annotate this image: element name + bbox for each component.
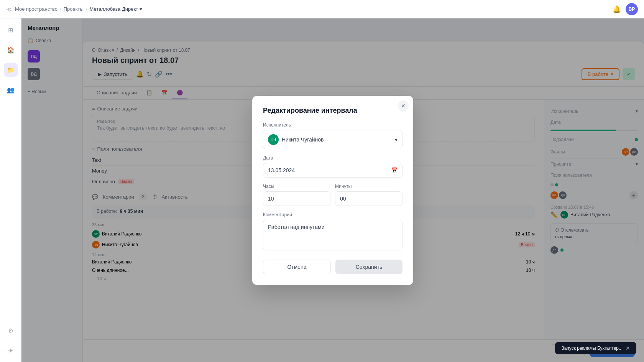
modal-footer: Отмена Сохранить — [263, 260, 402, 274]
sidebar-icon-telegram[interactable]: ✈ — [4, 344, 18, 357]
modal-hours-col: Часы — [263, 184, 330, 206]
left-sidebar: ⊞ 🏠 📁 👥 ⚙ ✈ — [0, 18, 21, 362]
workspace-link[interactable]: Мое пространство — [15, 6, 58, 12]
modal-executor-avatar: НЧ — [268, 134, 279, 145]
modal-time-row: Часы Минуты — [263, 184, 402, 206]
modal-executor-name: Никита Чугайнов — [282, 137, 324, 143]
modal-cancel-button[interactable]: Отмена — [263, 260, 331, 274]
modal-title: Редактирование интервала — [263, 107, 402, 115]
breadcrumb-sep1: / — [60, 6, 61, 12]
executor-dropdown-icon: ▾ — [395, 137, 398, 143]
modal-close-button[interactable]: ✕ — [398, 100, 409, 111]
modal-executor-user: НЧ Никита Чугайнов — [268, 134, 324, 145]
edit-interval-modal: ✕ Редактирование интервала Исполнитель Н… — [252, 96, 413, 285]
page-content-area: Металлопр 📋 Сводка ПД ВД + Новый — [21, 18, 644, 362]
projects-link[interactable]: Проекты — [64, 6, 84, 12]
modal-minutes-input[interactable] — [335, 191, 402, 206]
top-nav-right: 🔔 ВР — [613, 3, 638, 15]
current-project-link[interactable]: Металлобаза Директ ▾ — [90, 6, 143, 12]
sidebar-icon-users[interactable]: 👥 — [4, 83, 18, 97]
notification-close-icon[interactable]: ✕ — [626, 345, 630, 351]
modal-minutes-label: Минуты — [335, 184, 402, 189]
calendar-icon: 📅 — [391, 167, 398, 173]
notif-prefix: Запуск рекламы Бухгалтер... — [561, 346, 623, 351]
breadcrumb-sep2: / — [86, 6, 87, 12]
modal-backdrop: ✕ Редактирование интервала Исполнитель Н… — [21, 18, 644, 362]
notification-text: Запуск рекламы Бухгалтер... — [561, 346, 623, 351]
modal-date-input[interactable]: 13.05.2024 📅 — [263, 163, 402, 178]
modal-date-label: Дата — [263, 155, 402, 161]
app-wrapper: ≪ Мое пространство / Проекты / Металлоба… — [0, 0, 644, 362]
modal-save-button[interactable]: Сохранить — [335, 260, 402, 274]
modal-executor-label: Исполнитель — [263, 122, 402, 128]
modal-comment-label: Комментарий — [263, 212, 402, 217]
chevron-down-icon: ▾ — [140, 6, 142, 12]
current-project-label: Металлобаза Директ — [90, 6, 138, 12]
main-content: ⊞ 🏠 📁 👥 ⚙ ✈ Металлопр 📋 Сводка ПД — [0, 18, 644, 362]
modal-executor-select[interactable]: НЧ Никита Чугайнов ▾ — [263, 130, 402, 149]
sidebar-icon-folder[interactable]: 📁 — [4, 63, 18, 77]
modal-comment-input[interactable] — [263, 220, 402, 250]
notification-icon[interactable]: 🔔 — [613, 5, 621, 13]
nav-back-icon[interactable]: ≪ — [6, 6, 12, 12]
breadcrumb: Мое пространство / Проекты / Металлобаза… — [15, 6, 142, 12]
user-avatar[interactable]: ВР — [626, 3, 638, 15]
sidebar-icon-home[interactable]: 🏠 — [4, 43, 18, 57]
modal-hours-label: Часы — [263, 184, 330, 189]
notification-bar: Запуск рекламы Бухгалтер... ✕ — [555, 342, 636, 354]
top-nav: ≪ Мое пространство / Проекты / Металлоба… — [0, 0, 644, 18]
modal-minutes-col: Минуты — [335, 184, 402, 206]
modal-hours-input[interactable] — [263, 191, 330, 206]
modal-date-value: 13.05.2024 — [268, 167, 295, 173]
sidebar-icon-settings[interactable]: ⚙ — [4, 324, 18, 337]
sidebar-icon-grid[interactable]: ⊞ — [4, 23, 18, 37]
